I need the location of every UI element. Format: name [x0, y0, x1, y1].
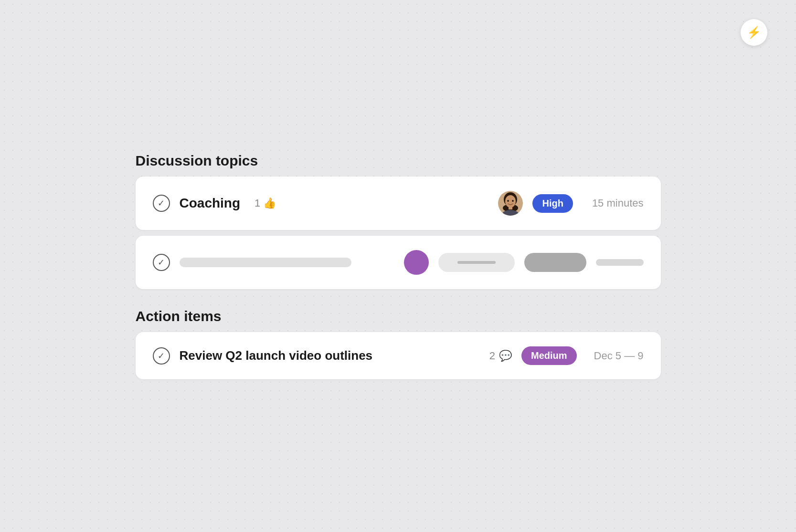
redacted-line [457, 261, 496, 264]
main-panel: Discussion topics ✓ Coaching 1 👍 [136, 153, 661, 379]
check-icon-coaching: ✓ [158, 198, 165, 209]
comment-number: 2 [489, 350, 495, 362]
avatar-svg [498, 191, 523, 216]
chat-icon: 💬 [499, 350, 512, 362]
time-coaching: 15 minutes [592, 197, 644, 209]
like-number: 1 [255, 197, 260, 209]
discussion-topics-section: Discussion topics ✓ Coaching 1 👍 [136, 153, 661, 289]
check-circle-action[interactable]: ✓ [153, 347, 170, 365]
check-icon-redacted: ✓ [158, 257, 165, 268]
action-items-section: Action items ✓ Review Q2 launch video ou… [136, 308, 661, 379]
action-item-review-q2[interactable]: ✓ Review Q2 launch video outlines 2 💬 Me… [136, 332, 661, 379]
discussion-topic-coaching[interactable]: ✓ Coaching 1 👍 [136, 177, 661, 230]
priority-badge-action: Medium [521, 346, 577, 365]
svg-rect-6 [509, 207, 512, 209]
redacted-right-bar [596, 259, 644, 266]
check-circle-redacted[interactable]: ✓ [153, 254, 170, 271]
like-count-coaching[interactable]: 1 👍 [255, 197, 276, 209]
svg-point-3 [505, 195, 516, 208]
redacted-title-bar [180, 258, 351, 267]
date-range-action: Dec 5 — 9 [594, 350, 644, 362]
action-items-title: Action items [136, 308, 661, 324]
comment-count: 2 💬 [489, 350, 512, 362]
discussion-topic-redacted[interactable]: ✓ [136, 236, 661, 289]
like-icon: 👍 [263, 197, 276, 209]
avatar-coaching [498, 191, 523, 216]
priority-badge-coaching: High [532, 194, 573, 213]
bolt-icon: ⚡ [747, 26, 761, 39]
redacted-time-bar [524, 253, 586, 272]
svg-point-4 [508, 200, 509, 202]
check-icon-action: ✓ [158, 351, 165, 361]
redacted-avatar [404, 250, 429, 275]
redacted-priority-light [438, 253, 515, 272]
check-circle-coaching[interactable]: ✓ [153, 195, 170, 212]
discussion-topics-title: Discussion topics [136, 153, 661, 169]
svg-point-5 [512, 200, 514, 202]
bolt-button[interactable]: ⚡ [741, 19, 767, 46]
coaching-title: Coaching [180, 196, 241, 211]
action-item-title: Review Q2 launch video outlines [180, 348, 480, 363]
